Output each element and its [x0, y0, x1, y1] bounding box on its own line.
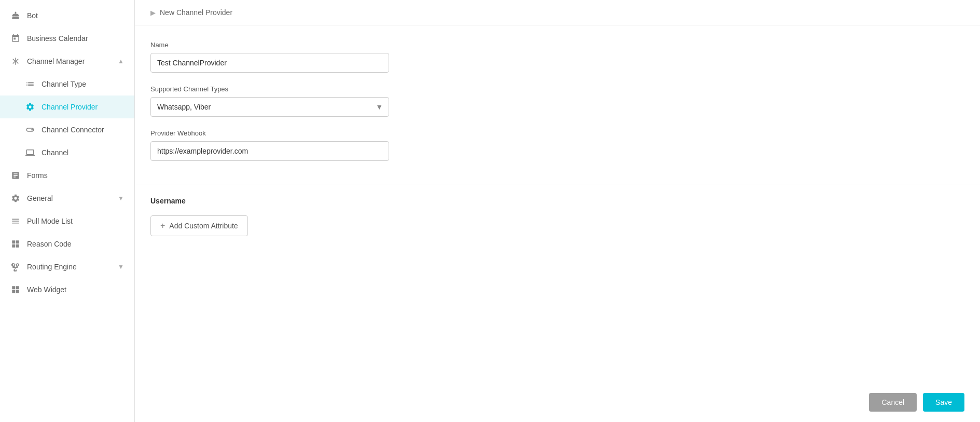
- sidebar-item-label-business-calendar: Business Calendar: [27, 34, 124, 43]
- main-content: ▶ New Channel Provider Name Supported Ch…: [135, 0, 980, 422]
- sidebar-item-web-widget[interactable]: Web Widget: [0, 278, 134, 301]
- footer-actions: Cancel Save: [869, 393, 964, 412]
- sidebar: Bot Business Calendar Channel Manager ▲ …: [0, 0, 135, 422]
- sidebar-item-label-routing-engine: Routing Engine: [27, 263, 112, 271]
- supported-channel-types-label: Supported Channel Types: [150, 85, 964, 93]
- sidebar-item-label-bot: Bot: [27, 11, 124, 20]
- sidebar-item-channel-type[interactable]: Channel Type: [0, 73, 134, 96]
- forms-icon: [10, 170, 21, 181]
- sidebar-item-channel[interactable]: Channel: [0, 141, 134, 164]
- sidebar-item-pull-mode-list[interactable]: Pull Mode List: [0, 210, 134, 233]
- sidebar-item-routing-engine[interactable]: Routing Engine ▼: [0, 255, 134, 278]
- supported-channel-types-select[interactable]: Whatsapp, Viber Whatsapp Viber: [150, 97, 389, 117]
- sidebar-item-reason-code[interactable]: Reason Code: [0, 233, 134, 255]
- sidebar-item-general[interactable]: General ▼: [0, 187, 134, 210]
- breadcrumb: New Channel Provider: [160, 8, 232, 17]
- name-input[interactable]: [150, 53, 389, 73]
- plus-icon: +: [160, 221, 165, 230]
- connector-icon: [25, 125, 35, 135]
- page-header: ▶ New Channel Provider: [135, 0, 980, 25]
- sidebar-item-label-pull-mode-list: Pull Mode List: [27, 217, 124, 225]
- sidebar-item-channel-manager[interactable]: Channel Manager ▲: [0, 50, 134, 73]
- asterisk-icon: [10, 56, 21, 66]
- sidebar-item-channel-provider[interactable]: Channel Provider: [0, 96, 134, 118]
- add-custom-attribute-button[interactable]: + Add Custom Attribute: [150, 215, 248, 236]
- attributes-section-title: Username: [150, 197, 964, 205]
- sidebar-item-channel-connector[interactable]: Channel Connector: [0, 118, 134, 141]
- name-label: Name: [150, 41, 964, 49]
- sidebar-item-label-general: General: [27, 194, 112, 202]
- provider-webhook-form-group: Provider Webhook: [150, 129, 964, 161]
- form-section: Name Supported Channel Types Whatsapp, V…: [135, 25, 980, 184]
- provider-webhook-label: Provider Webhook: [150, 129, 964, 137]
- save-button[interactable]: Save: [923, 393, 964, 412]
- sidebar-item-label-forms: Forms: [27, 171, 124, 180]
- sidebar-item-bot[interactable]: Bot: [0, 4, 134, 27]
- sidebar-item-label-channel: Channel: [42, 148, 124, 157]
- calendar-icon: [10, 33, 21, 44]
- cancel-button[interactable]: Cancel: [869, 393, 917, 412]
- widget-icon: [10, 284, 21, 295]
- name-form-group: Name: [150, 41, 964, 73]
- gear-outline-icon: [25, 102, 35, 112]
- breadcrumb-arrow-icon: ▶: [150, 9, 156, 17]
- gear-icon: [10, 193, 21, 203]
- sidebar-item-label-channel-connector: Channel Connector: [42, 126, 124, 134]
- sidebar-item-business-calendar[interactable]: Business Calendar: [0, 27, 134, 50]
- attributes-section: Username + Add Custom Attribute: [135, 184, 980, 247]
- chevron-down-routing-icon: ▼: [118, 263, 124, 270]
- list-alt-icon: [25, 79, 35, 89]
- list-icon: [10, 216, 21, 226]
- chevron-up-icon: ▲: [118, 58, 124, 65]
- sidebar-item-label-reason-code: Reason Code: [27, 240, 124, 248]
- sidebar-item-label-channel-provider: Channel Provider: [42, 103, 124, 111]
- fork-icon: [10, 262, 21, 272]
- supported-channel-types-form-group: Supported Channel Types Whatsapp, Viber …: [150, 85, 964, 117]
- add-custom-attribute-label: Add Custom Attribute: [169, 222, 238, 230]
- chevron-down-icon: ▼: [118, 195, 124, 202]
- monitor-icon: [25, 147, 35, 158]
- sidebar-item-label-web-widget: Web Widget: [27, 285, 124, 294]
- provider-webhook-input[interactable]: [150, 141, 389, 161]
- bot-icon: [10, 10, 21, 21]
- grid-icon: [10, 239, 21, 249]
- sidebar-item-label-channel-manager: Channel Manager: [27, 57, 112, 65]
- sidebar-item-label-channel-type: Channel Type: [42, 80, 124, 88]
- sidebar-item-forms[interactable]: Forms: [0, 164, 134, 187]
- supported-channel-types-select-wrapper: Whatsapp, Viber Whatsapp Viber ▼: [150, 97, 389, 117]
